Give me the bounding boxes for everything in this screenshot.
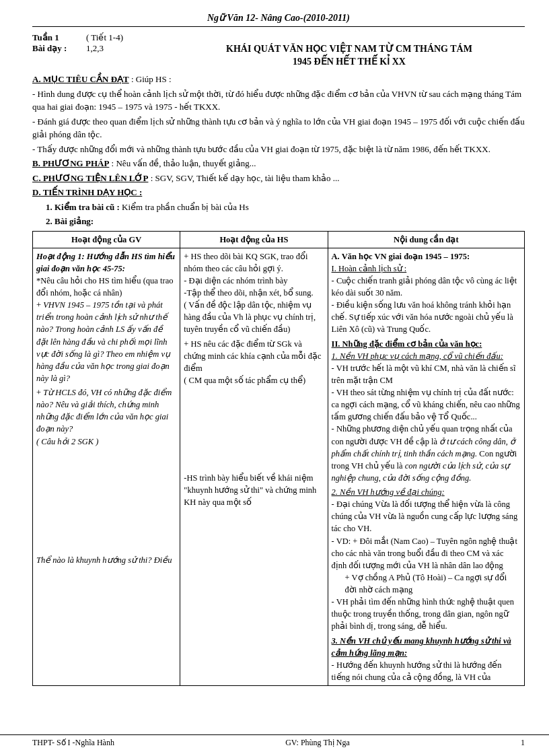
tuan-value: ( Tiết 1-4): [86, 32, 123, 43]
section-c-label: C. PHƯƠNG TIỆN LÊN LỚP: [32, 173, 148, 183]
section-d-baigiảng-label: 2. Bài giảng:: [46, 216, 94, 226]
nd-section-i: I. Hoàn cảnh lịch sử :: [332, 263, 521, 275]
footer-teacher: GV: Phùng Thị Nga: [285, 738, 350, 748]
bai-left: Bài dạy : 1,2,3: [32, 43, 174, 54]
table-cell-gv: Hoạt động 1: Hướng dẫn HS tìm hiểu giai …: [33, 248, 180, 685]
nd-ii-sub2-item4: - VH phải tìm đến những hình thức nghệ t…: [332, 596, 521, 632]
section-a-item-3: - Thấy được những đổi mới và những thành…: [32, 143, 525, 156]
nd-heading-a: A. Văn học VN giai đoạn 1945 – 1975:: [332, 250, 521, 263]
gv-item1: *Nêu câu hỏi cho HS tìm hiểu (qua trao đ…: [36, 275, 176, 299]
table-header-noidung: Nội dung cần đạt: [328, 231, 524, 248]
hs-item4: ( Vấn đề độc lập dân tộc, nhiệm vụ hàng …: [184, 299, 324, 335]
lesson-table: Hoạt động của GV Hoạt động của HS Nội du…: [32, 231, 525, 687]
nd-ii-sub1-item2: - VH theo sát từng nhiệm vụ chính trị củ…: [332, 386, 521, 423]
nd-ii-sub1-item1: - VH trước hết là một vũ khí CM, nhà văn…: [332, 362, 521, 386]
section-d-label: D. TIẾN TRÌNH DẠY HỌC :: [32, 187, 142, 197]
bai-number: 1,2,3: [86, 43, 104, 54]
section-a-heading: A. MỤC TIÊU CẦN ĐẠT : Giúp HS :: [32, 73, 525, 86]
section-d-item1: 1. Kiểm tra bài cũ : Kiểm tra phần chuẩn…: [32, 201, 525, 214]
nd-i-item2: - Điều kiện sống lưu văn hoá không tránh…: [332, 299, 521, 335]
hs-item1: + HS theo dõi bài KQ SGK, trao đổi nhóm …: [184, 250, 324, 275]
section-c-content: : SGV, SGV, Thiết kế dạy học, tài liệu t…: [148, 173, 339, 183]
section-d-heading: D. TIẾN TRÌNH DẠY HỌC :: [32, 186, 525, 199]
section-a-item-2: - Đánh giá được theo quan điểm lịch sử n…: [32, 115, 525, 141]
section-d-item2: 2. Bài giảng:: [32, 215, 525, 228]
nd-ii-sub2-item1: - Đại chúng Vừa là đối tượng thể hiện vừ…: [332, 498, 521, 535]
hs-item3: -Tập thể theo dõi, nhận xét, bổ sung.: [184, 287, 324, 299]
bai-label: Bài dạy :: [32, 43, 86, 54]
table-header-hs: Hoạt động của HS: [180, 231, 328, 248]
nd-ii-sub3-item1: - Hướng đến khuynh hướng sử thi là hướng…: [332, 659, 521, 683]
bai-title-block: KHÁI QUÁT VĂN HỌC VIỆT NAM TỪ CM THÁNG T…: [174, 43, 525, 69]
hs-item2: - Đại diện các nhóm trình bày: [184, 275, 324, 287]
table-cell-noidung: A. Văn học VN giai đoạn 1945 – 1975: I. …: [328, 248, 524, 685]
nd-ii-sub3: 3. Nền VH chủ yếu mang khuynh hướng sử t…: [332, 635, 521, 659]
bai-title-line2: 1945 ĐẾN HẾT THẾ KỈ XX: [174, 56, 525, 67]
bai-title-line1: KHÁI QUÁT VĂN HỌC VIỆT NAM TỪ CM THÁNG T…: [174, 43, 525, 55]
gv-hoatdong1-title: Hoạt động 1: Hướng dẫn HS tìm hiểu giai …: [36, 250, 176, 275]
hs-item5: + HS nêu các đặc điểm từ SGk và chứng mi…: [184, 338, 324, 374]
section-c: C. PHƯƠNG TIỆN LÊN LỚP : SGV, SGV, Thiết…: [32, 172, 525, 185]
nd-section-ii: II. Những đặc điểm cơ bản của văn học:: [332, 338, 521, 350]
table-header-gv: Hoạt động của GV: [33, 231, 180, 248]
section-d-kiemtra-content: Kiểm tra phần chuẩn bị bài của Hs: [120, 202, 249, 212]
table-cell-hs: + HS theo dõi bài KQ SGK, trao đổi nhóm …: [180, 248, 328, 685]
table-header-row: Hoạt động của GV Hoạt động của HS Nội du…: [33, 231, 525, 248]
footer-page: 1: [521, 738, 525, 748]
hs-item6: ( CM qua một số tác phẩm cụ thể): [184, 374, 324, 386]
nd-ii-sub1-item3: - Những phương diện chủ yếu quan trọng n…: [332, 423, 521, 484]
section-a-item-1: - Hình dung được cụ thể hoàn cảnh lịch s…: [32, 88, 525, 114]
nd-ii-sub1: 1. Nền VH phục vụ cách mạng, cổ vũ chiến…: [332, 350, 521, 362]
section-a-label: A. MỤC TIÊU CẦN ĐẠT: [32, 74, 129, 84]
section-a: A. MỤC TIÊU CẦN ĐẠT : Giúp HS : - Hình d…: [32, 73, 525, 156]
tuan-bai-block: Tuần 1 ( Tiết 1-4) Bài dạy : 1,2,3 KHÁI …: [32, 32, 525, 69]
bai-row1: Bài dạy : 1,2,3: [32, 43, 174, 54]
nd-i-item1: - Cuộc chiến tranh giải phóng dân tộc vô…: [332, 275, 521, 299]
bai-block: Bài dạy : 1,2,3 KHÁI QUÁT VĂN HỌC VIỆT N…: [32, 43, 525, 69]
tuan-line: Tuần 1 ( Tiết 1-4): [32, 32, 525, 43]
page-header: Ngữ Văn 12- Nâng Cao-(2010-2011): [32, 12, 525, 27]
footer-school: THPT- Số I -Nghĩa Hành: [32, 738, 114, 748]
section-a-intro: : Giúp HS :: [129, 74, 172, 84]
tuan-label: Tuần 1: [32, 32, 86, 43]
page-footer: THPT- Số I -Nghĩa Hành GV: Phùng Thị Nga…: [0, 734, 549, 748]
section-b: B. PHƯƠNG PHÁP : Nêu vấn đề, thảo luận, …: [32, 157, 525, 170]
nd-ii-sub2-item3: + Vợ chồng A Phủ (Tô Hoài) – Ca ngợi sự …: [332, 572, 521, 596]
section-b-content: : Nêu vấn đề, thảo luận, thuyết giảng...: [109, 158, 256, 168]
gv-item4: ( Câu hỏi 2 SGK ): [36, 436, 176, 448]
section-d-kiemtra-label: 1. Kiểm tra bài cũ :: [46, 202, 120, 212]
gv-item3: + Từ HCLS đó, VH có những đặc điểm nào? …: [36, 386, 176, 436]
gv-item2: + VHVN 1945 – 1975 tồn tại và phát triển…: [36, 299, 176, 384]
table-row-1: Hoạt động 1: Hướng dẫn HS tìm hiểu giai …: [33, 248, 525, 685]
nd-ii-sub2: 2. Nền VH hướng về đại chúng:: [332, 486, 521, 498]
hs-item7: -HS trình bày hiểu biết về khái niệm "kh…: [184, 472, 324, 508]
page: Ngữ Văn 12- Nâng Cao-(2010-2011) Tuần 1 …: [0, 0, 549, 756]
nd-ii-sub2-item2: - VD: + Đôi mắt (Nam Cao) – Tuyên ngôn n…: [332, 535, 521, 572]
header-title: Ngữ Văn 12- Nâng Cao-(2010-2011): [207, 13, 350, 23]
gv-bottom-question: Thể nào là khuynh hướng sử thi? Điều: [36, 554, 176, 566]
section-b-label: B. PHƯƠNG PHÁP: [32, 158, 109, 168]
